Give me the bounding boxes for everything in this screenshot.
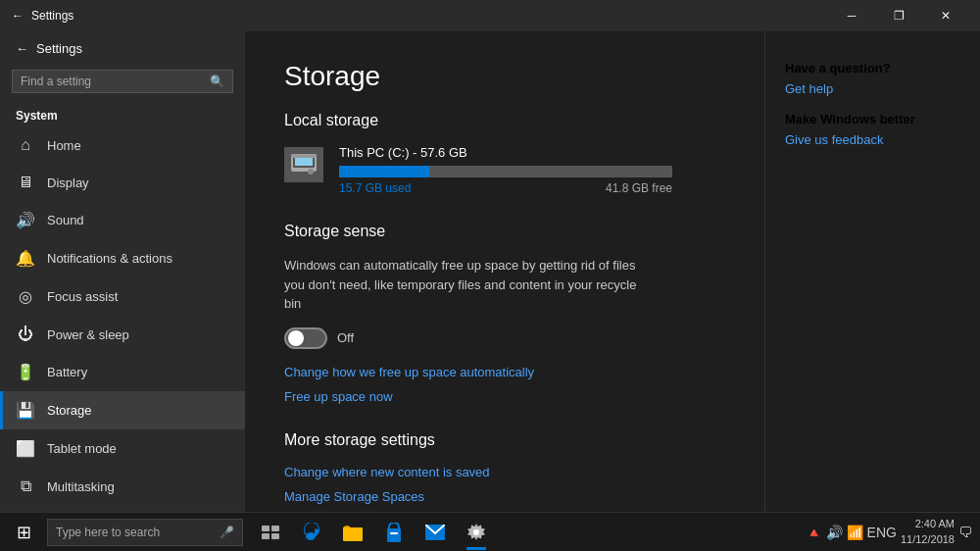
volume-icon[interactable]: 🔊 [826,525,843,540]
make-windows-better-title: Make Windows better [785,112,960,126]
change-content-saved-link[interactable]: Change where new content is saved [284,465,725,479]
tablet-icon: ⬜ [16,439,35,458]
toggle-knob [288,330,304,346]
multitasking-icon: ⧉ [16,477,35,495]
title-bar-left: ← Settings [12,9,74,23]
restore-button[interactable]: ❐ [876,0,921,31]
storage-sense-title: Storage sense [284,223,725,240]
svg-rect-5 [262,526,270,531]
close-button[interactable]: ✕ [923,0,968,31]
taskbar-right: 🔺 🔊 📶 ENG 2:40 AM 11/12/2018 🗨 [806,517,980,547]
wifi-icon[interactable]: 📶 [847,525,863,540]
minimize-button[interactable]: ─ [829,0,874,31]
notifications-label: Notifications & actions [47,251,172,266]
start-button[interactable]: ⊞ [0,513,47,552]
sidebar-item-shared[interactable]: 👥 Shared experiences [0,505,245,512]
sidebar-item-tablet[interactable]: ⬜ Tablet mode [0,429,245,468]
svg-rect-2 [295,158,313,166]
taskbar-edge[interactable] [292,513,331,552]
taskbar-search-box[interactable]: 🎤 [47,519,243,546]
right-panel: Have a question? Get help Make Windows b… [764,31,980,512]
storage-sense-toggle[interactable] [284,327,327,349]
sidebar-item-home[interactable]: ⌂ Home [0,126,245,164]
sidebar-back-label: Settings [36,41,82,56]
home-icon: ⌂ [16,136,35,154]
lang-label[interactable]: ENG [867,525,897,540]
svg-rect-4 [291,154,317,158]
taskbar: ⊞ 🎤 🔺 🔊 📶 ENG 2:40 AM 11/12/2018 [0,512,980,551]
taskbar-mail[interactable] [416,513,455,552]
free-label: 41.8 GB free [606,181,672,195]
battery-label: Battery [47,365,87,379]
main-content: Storage Local storage This PC (C:) - 57.… [245,31,764,512]
svg-point-3 [308,169,314,175]
storage-icon: 💾 [16,401,35,420]
clock-time: 2:40 AM [901,517,955,531]
svg-rect-7 [262,533,270,539]
search-input[interactable] [21,75,210,88]
home-label: Home [47,138,81,153]
give-feedback-link[interactable]: Give us feedback [785,132,960,147]
clock-date: 11/12/2018 [901,532,955,547]
microphone-icon[interactable]: 🎤 [220,526,234,539]
network-icon[interactable]: 🔺 [806,525,822,540]
used-label: 15.7 GB used [339,181,411,195]
sidebar-item-focus[interactable]: ◎ Focus assist [0,277,245,316]
search-icon: 🔍 [210,75,224,88]
svg-rect-8 [271,533,279,539]
notification-icon[interactable]: 🗨 [958,525,972,540]
taskbar-apps [251,513,496,552]
sound-label: Sound [47,213,84,227]
taskbar-clock[interactable]: 2:40 AM 11/12/2018 [901,517,955,547]
storage-drive-item: This PC (C:) - 57.6 GB 15.7 GB used 41.8… [284,145,725,195]
power-label: Power & sleep [47,327,129,342]
back-icon[interactable]: ← [12,9,24,23]
taskbar-task-view[interactable] [251,513,290,552]
storage-label: Storage [47,403,92,418]
back-arrow-icon: ← [16,41,28,56]
search-box[interactable]: 🔍 [12,70,233,93]
storage-sense-section: Storage sense Windows can automatically … [284,223,725,404]
drive-info: This PC (C:) - 57.6 GB 15.7 GB used 41.8… [339,145,725,195]
taskbar-search-input[interactable] [56,526,214,539]
sidebar-item-sound[interactable]: 🔊 Sound [0,201,245,239]
sidebar-item-storage[interactable]: 💾 Storage [0,391,245,429]
sidebar-item-power[interactable]: ⏻ Power & sleep [0,316,245,353]
svg-rect-6 [271,526,279,531]
power-icon: ⏻ [16,326,35,343]
svg-point-9 [306,532,316,540]
sidebar-back-button[interactable]: ← Settings [0,31,245,66]
notifications-icon: 🔔 [16,249,35,268]
display-label: Display [47,175,89,190]
taskbar-file-explorer[interactable] [333,513,372,552]
get-help-link[interactable]: Get help [785,81,960,96]
main-window: ← Settings 🔍 System ⌂ Home 🖥 Display 🔊 S… [0,31,980,512]
more-storage-section: More storage settings Change where new c… [284,431,725,504]
svg-rect-11 [343,527,351,531]
svg-rect-12 [387,528,401,542]
window-title: Settings [31,9,74,23]
sidebar: ← Settings 🔍 System ⌂ Home 🖥 Display 🔊 S… [0,31,245,512]
auto-free-space-link[interactable]: Change how we free up space automaticall… [284,365,725,379]
focus-label: Focus assist [47,289,118,304]
page-title: Storage [284,61,725,92]
local-storage-title: Local storage [284,112,725,129]
sidebar-item-display[interactable]: 🖥 Display [0,164,245,201]
sound-icon: 🔊 [16,211,35,229]
taskbar-settings[interactable] [457,513,496,552]
drive-icon [284,147,323,182]
sidebar-item-notifications[interactable]: 🔔 Notifications & actions [0,239,245,277]
tablet-label: Tablet mode [47,441,117,456]
title-bar-controls: ─ ❐ ✕ [829,0,968,31]
manage-storage-spaces-link[interactable]: Manage Storage Spaces [284,489,725,504]
free-space-now-link[interactable]: Free up space now [284,389,725,404]
svg-rect-13 [390,532,398,534]
display-icon: 🖥 [16,174,35,191]
system-section-label: System [0,101,245,126]
toggle-row: Off [284,327,725,349]
sidebar-item-battery[interactable]: 🔋 Battery [0,353,245,391]
sidebar-item-multitasking[interactable]: ⧉ Multitasking [0,468,245,505]
multitasking-label: Multitasking [47,479,115,494]
storage-sense-desc: Windows can automatically free up space … [284,256,637,314]
taskbar-store[interactable] [374,513,414,552]
